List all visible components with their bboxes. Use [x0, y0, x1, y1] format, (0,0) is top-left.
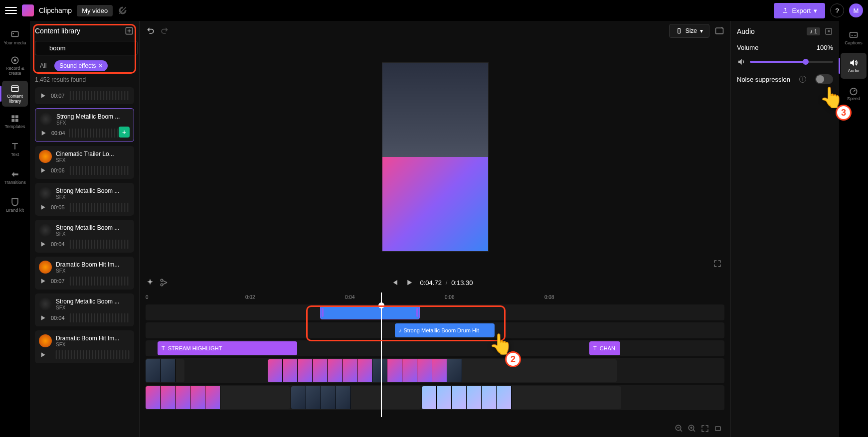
- sparkle-icon[interactable]: [146, 278, 155, 287]
- rail-record[interactable]: Record & create: [2, 53, 28, 79]
- skip-back-icon[interactable]: [390, 278, 399, 287]
- play-icon[interactable]: [39, 129, 47, 137]
- sfx-name: Dramatic Boom Hit Im...: [56, 261, 130, 268]
- undo-icon[interactable]: [146, 26, 156, 36]
- music-note-icon: ♪: [399, 327, 402, 333]
- info-icon[interactable]: i: [799, 76, 806, 83]
- play-icon[interactable]: [39, 351, 47, 359]
- rail-text[interactable]: Text: [2, 137, 28, 162]
- music-note-icon: ♪: [810, 28, 813, 34]
- sfx-item[interactable]: Dramatic Boom Hit Im...SFX00:07: [35, 257, 134, 290]
- sfx-type: SFX: [56, 157, 130, 163]
- project-name[interactable]: My video: [77, 5, 113, 16]
- sfx-type: SFX: [56, 305, 130, 310]
- sfx-item[interactable]: Cinematic Trailer Lo...SFX00:06: [35, 146, 134, 179]
- zoom-out-icon[interactable]: [675, 424, 684, 433]
- zoom-in-icon[interactable]: [688, 424, 696, 433]
- svg-rect-6: [11, 115, 14, 118]
- sfx-name: Strong Metallic Boom ...: [56, 298, 130, 305]
- play-icon[interactable]: [39, 240, 47, 248]
- rail-brand[interactable]: Brand kit: [2, 192, 28, 218]
- play-icon[interactable]: [39, 166, 47, 174]
- play-icon[interactable]: [39, 92, 47, 100]
- fullscreen-icon[interactable]: [712, 259, 722, 269]
- volume-value: 100%: [817, 44, 833, 51]
- play-icon[interactable]: [39, 277, 47, 285]
- add-library-icon[interactable]: [124, 26, 134, 36]
- chip-sound-effects[interactable]: Sound effects✕: [54, 60, 107, 71]
- waveform: [69, 203, 130, 212]
- volume-icon[interactable]: [737, 57, 746, 66]
- ruler-tick: 0:06: [445, 294, 454, 300]
- scissors-icon[interactable]: [160, 278, 169, 287]
- help-icon[interactable]: ?: [830, 3, 844, 17]
- redo-icon: [160, 26, 170, 36]
- preview-scene-bottom: [382, 157, 488, 251]
- chevron-down-icon: ▾: [814, 7, 817, 14]
- sfx-item[interactable]: Dramatic Boom Hit Im...SFX: [35, 330, 134, 363]
- zoom-fit-icon[interactable]: [700, 424, 709, 433]
- popout-icon[interactable]: [824, 27, 833, 36]
- rrail-speed[interactable]: Speed: [841, 81, 867, 107]
- properties-panel: Audio ♪1 Volume 100% Noise suppression i: [730, 21, 839, 437]
- text-clip-1[interactable]: T STREAM HIGHLIGHT: [158, 341, 297, 355]
- audio-track-2[interactable]: ♪ Strong Metallic Boom Drum Hit: [146, 322, 724, 338]
- rail-templates[interactable]: Templates: [2, 109, 28, 135]
- search-input[interactable]: [35, 41, 138, 55]
- timeline-ruler[interactable]: 00:020:040:060:08: [146, 292, 724, 304]
- video-clip-1b[interactable]: [268, 359, 617, 382]
- sfx-item[interactable]: 00:07: [35, 87, 134, 104]
- noise-label: Noise suppression: [737, 76, 790, 83]
- sfx-type: SFX: [56, 120, 130, 126]
- rrail-audio[interactable]: Audio: [841, 53, 867, 79]
- current-time: 0:04.72 / 0:13.30: [420, 279, 473, 287]
- sfx-item[interactable]: Strong Metallic Boom ...SFX00:05: [35, 183, 134, 216]
- text-track[interactable]: T STREAM HIGHLIGHT T CHAN: [146, 340, 724, 356]
- waveform: [69, 166, 130, 175]
- video-clip-2c[interactable]: [422, 386, 621, 409]
- waveform: [69, 240, 130, 249]
- sfx-thumb: [39, 334, 52, 347]
- sfx-item[interactable]: Strong Metallic Boom ...SFX00:04: [35, 220, 134, 253]
- avatar[interactable]: M: [849, 3, 863, 17]
- waveform: [55, 350, 130, 359]
- video-preview[interactable]: [382, 62, 489, 252]
- play-icon[interactable]: [39, 314, 47, 322]
- sfx-item[interactable]: Strong Metallic Boom ...SFX00:04: [35, 293, 134, 326]
- chip-remove-icon[interactable]: ✕: [98, 63, 103, 69]
- settings-icon[interactable]: [714, 26, 724, 36]
- rail-transitions[interactable]: Transitions: [2, 164, 28, 190]
- video-clip-2a[interactable]: [146, 386, 290, 409]
- add-to-timeline-button[interactable]: +: [119, 127, 130, 138]
- hamburger-menu[interactable]: [5, 4, 17, 16]
- slider-thumb[interactable]: [803, 59, 809, 65]
- size-button[interactable]: Size▾: [669, 24, 709, 38]
- sfx-thumb: [39, 297, 52, 310]
- zoom-selection-icon[interactable]: [713, 424, 722, 433]
- text-icon: T: [593, 345, 597, 351]
- rail-library[interactable]: Content library: [2, 81, 28, 107]
- svg-rect-19: [850, 32, 858, 37]
- export-button[interactable]: Export ▾: [774, 3, 825, 18]
- chip-all[interactable]: All: [35, 60, 51, 71]
- play-icon[interactable]: [405, 278, 414, 287]
- timeline[interactable]: 00:020:040:060:08 ♪ Strong Metallic Boom…: [140, 292, 730, 437]
- play-icon[interactable]: [39, 203, 47, 211]
- audio-clip-label[interactable]: ♪ Strong Metallic Boom Drum Hit: [395, 323, 495, 337]
- video-clip-2b[interactable]: [291, 386, 421, 409]
- video-track-1[interactable]: [146, 358, 724, 383]
- results-count: 1,452 results found: [35, 76, 134, 83]
- rrail-captions[interactable]: Captions: [841, 25, 867, 51]
- audio-clip-selected[interactable]: [320, 305, 420, 319]
- audio-track-1[interactable]: [146, 304, 724, 320]
- noise-toggle[interactable]: [815, 74, 833, 84]
- rail-media[interactable]: Your media: [2, 25, 28, 51]
- playhead[interactable]: [381, 292, 382, 417]
- sfx-type: SFX: [56, 231, 130, 237]
- video-track-2[interactable]: [146, 385, 724, 410]
- text-clip-2[interactable]: T CHAN: [589, 341, 620, 355]
- sfx-item[interactable]: Strong Metallic Boom ...SFX00:04+: [35, 108, 134, 142]
- sync-off-icon[interactable]: [118, 5, 128, 15]
- video-clip-1a[interactable]: [146, 359, 184, 382]
- volume-slider[interactable]: [750, 61, 833, 63]
